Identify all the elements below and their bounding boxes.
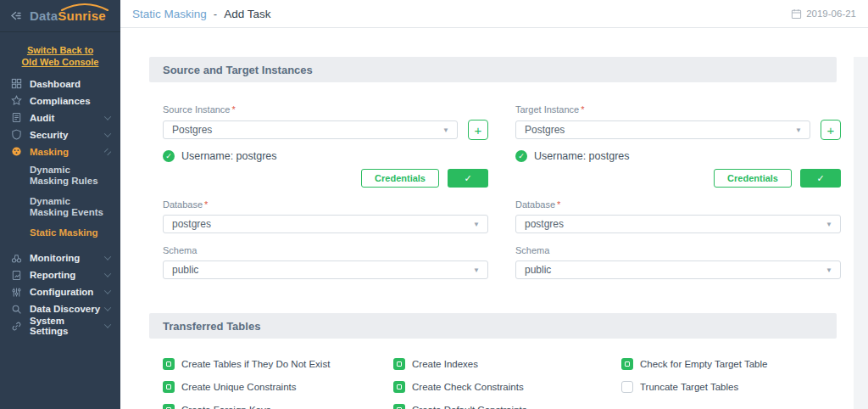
source-instance-label: Source Instance*: [163, 104, 488, 115]
add-source-instance-button[interactable]: +: [468, 120, 488, 140]
date-text: 2019-06-21: [806, 8, 856, 19]
logo-text-sunrise: Sunrise: [58, 8, 105, 23]
checkbox-icon[interactable]: [163, 404, 175, 409]
sidebar-item-dashboard[interactable]: Dashboard: [0, 76, 120, 92]
required-asterisk: *: [232, 104, 236, 115]
breadcrumb-static-masking[interactable]: Static Masking: [132, 8, 207, 20]
sidebar-item-label: Audit: [30, 113, 54, 123]
checkbox-icon[interactable]: [621, 381, 633, 393]
sliders-icon: [10, 286, 22, 298]
sidebar-item-label: Dashboard: [30, 79, 81, 89]
submenu-item-static-masking[interactable]: Static Masking: [30, 227, 109, 239]
checkbox-create-unique-constraints[interactable]: Create Unique Constraints: [163, 380, 393, 393]
source-schema-select[interactable]: public ▼: [163, 261, 488, 279]
checkbox-create-foreign-keys[interactable]: Create Foreign Keys: [163, 403, 393, 409]
target-instance-label: Target Instance*: [515, 104, 841, 115]
checkbox-create-tables[interactable]: Create Tables if They Do Not Exist: [163, 357, 393, 370]
check-icon: ✓: [464, 173, 471, 184]
sidebar-item-monitoring[interactable]: Monitoring: [0, 249, 120, 266]
checkbox-icon[interactable]: [163, 358, 175, 370]
calendar-icon: [791, 8, 802, 20]
checkbox-check-empty-target-table[interactable]: Check for Empty Target Table: [621, 357, 842, 370]
page-header: Static Masking - Add Task 2019-06-21: [120, 0, 868, 28]
binoculars-icon: [10, 252, 22, 264]
target-database-select[interactable]: postgres ▼: [515, 215, 841, 233]
sidebar-menu: Dashboard Compliances Audit Security: [0, 76, 120, 160]
shield-icon: [10, 129, 22, 141]
audit-document-icon: [10, 112, 22, 124]
sidebar-item-compliances[interactable]: Compliances: [0, 92, 120, 109]
switch-old-console-link[interactable]: Switch Back to Old Web Console: [3, 44, 117, 69]
checkbox-truncate-target-tables[interactable]: Truncate Target Tables: [621, 380, 842, 393]
header-date: 2019-06-21: [791, 8, 856, 20]
submenu-item-dynamic-masking-rules[interactable]: Dynamic Masking Rules: [30, 165, 109, 188]
sidebar-item-security[interactable]: Security: [0, 126, 120, 143]
target-schema-select[interactable]: public ▼: [515, 261, 841, 279]
section-transferred-tables: Transferred Tables: [149, 313, 837, 339]
checkbox-icon[interactable]: [621, 358, 633, 370]
checkbox-column: Create Tables if They Do Not Exist Creat…: [163, 357, 393, 409]
checkbox-create-check-constraints[interactable]: Create Check Constraints: [393, 380, 621, 393]
chevron-down-icon: [104, 130, 111, 137]
source-database-select[interactable]: postgres ▼: [163, 215, 488, 233]
target-username-status: ✓ Username: postgres: [515, 150, 841, 162]
source-instance-select[interactable]: Postgres ▼: [163, 120, 458, 139]
submenu-item-dynamic-masking-events[interactable]: Dynamic Masking Events: [30, 196, 109, 219]
app-window: DataSunrise Switch Back to Old Web Conso…: [0, 0, 868, 409]
source-column: Source Instance* Postgres ▼ + ✓ Username…: [163, 82, 488, 279]
chevron-down-icon: [104, 288, 111, 294]
section-title: Transferred Tables: [163, 320, 260, 333]
checkbox-column: Check for Empty Target Table Truncate Ta…: [621, 357, 842, 409]
select-caret-icon: ▼: [795, 126, 802, 134]
source-username-text: Username: postgres: [181, 150, 277, 162]
checkbox-icon[interactable]: [393, 381, 405, 393]
sidebar-item-system-settings[interactable]: System Settings: [0, 317, 120, 334]
sidebar-item-label: Configuration: [30, 287, 93, 297]
target-credentials-button[interactable]: Credentials: [714, 169, 792, 188]
check-circle-icon: ✓: [515, 150, 527, 162]
datasunrise-logo: DataSunrise: [30, 8, 106, 23]
checkbox-create-indexes[interactable]: Create Indexes: [393, 357, 621, 370]
select-caret-icon: ▼: [473, 221, 480, 228]
page-content: Source and Target Instances Source Insta…: [120, 57, 868, 409]
select-caret-icon: ▼: [826, 266, 832, 274]
source-username-status: ✓ Username: postgres: [163, 150, 488, 162]
sidebar-item-audit[interactable]: Audit: [0, 109, 120, 126]
sidebar-item-masking[interactable]: Masking: [0, 143, 120, 160]
checkbox-icon[interactable]: [393, 358, 405, 370]
main-area: Static Masking - Add Task 2019-06-21 Sou…: [120, 0, 868, 409]
transferred-tables-options: Create Tables if They Do Not Exist Creat…: [120, 357, 868, 409]
sidebar-item-configuration[interactable]: Configuration: [0, 283, 120, 300]
required-asterisk: *: [204, 199, 208, 210]
sidebar-collapse-icon[interactable]: [10, 11, 22, 21]
source-schema-label: Schema: [163, 245, 488, 255]
chevron-down-icon: [104, 305, 111, 311]
select-caret-icon: ▼: [442, 126, 449, 134]
check-icon: ✓: [816, 173, 824, 184]
sidebar-item-data-discovery[interactable]: Data Discovery: [0, 300, 120, 317]
target-username-text: Username: postgres: [534, 150, 630, 162]
checkbox-icon[interactable]: [163, 381, 175, 393]
sidebar: DataSunrise Switch Back to Old Web Conso…: [0, 0, 120, 409]
sidebar-menu-lower: Monitoring Reporting Configuration: [0, 249, 120, 334]
logo-text-data: Data: [30, 8, 58, 23]
sidebar-item-reporting[interactable]: Reporting: [0, 266, 120, 283]
breadcrumb-separator: -: [214, 8, 217, 20]
chevron-down-icon: [104, 113, 111, 120]
source-confirm-button[interactable]: ✓: [448, 169, 488, 188]
dashboard-icon: [10, 78, 22, 90]
chevron-left-icon: [104, 148, 111, 154]
checkbox-create-default-constraints[interactable]: Create Default Constraints: [393, 403, 621, 409]
target-column: Target Instance* Postgres ▼ + ✓ Username…: [515, 82, 841, 279]
sidebar-item-label: Masking: [30, 147, 69, 157]
source-credentials-button[interactable]: Credentials: [361, 169, 439, 188]
instances-form: Source Instance* Postgres ▼ + ✓ Username…: [120, 82, 868, 279]
section-source-target-instances: Source and Target Instances: [149, 57, 837, 82]
target-database-label: Database*: [515, 199, 841, 210]
target-instance-select[interactable]: Postgres ▼: [515, 120, 810, 139]
select-caret-icon: ▼: [473, 266, 480, 274]
required-asterisk: *: [557, 199, 560, 210]
target-confirm-button[interactable]: ✓: [800, 169, 841, 188]
add-target-instance-button[interactable]: +: [821, 120, 841, 140]
checkbox-icon[interactable]: [393, 404, 405, 409]
